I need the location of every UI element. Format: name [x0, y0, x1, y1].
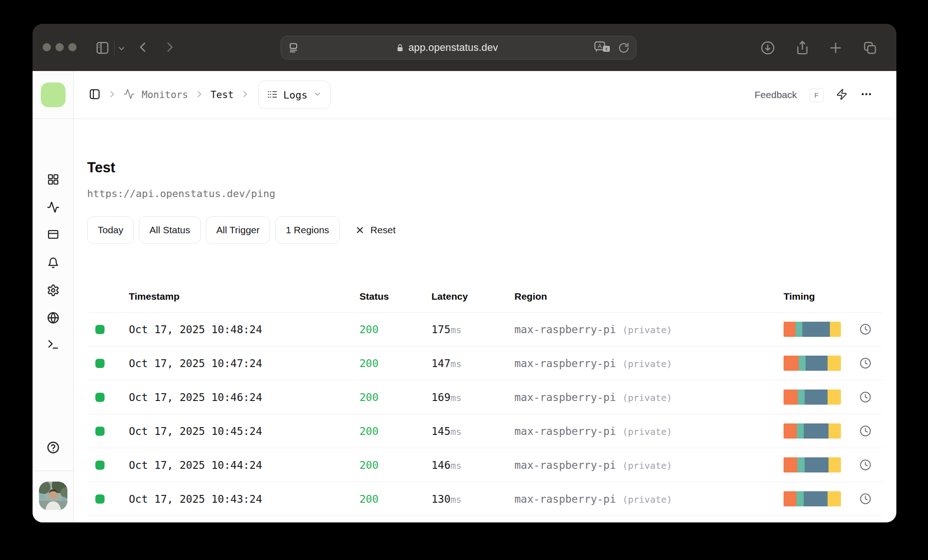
- zoom-button[interactable]: [68, 43, 77, 51]
- latency-cell: 145ms: [431, 425, 514, 437]
- clock-icon[interactable]: [848, 459, 883, 471]
- timestamp-cell: Oct 17, 2025 10:46:24: [129, 391, 359, 403]
- sidebar-item-terminal[interactable]: [47, 338, 60, 352]
- column-header-region: Region: [514, 291, 784, 302]
- address-bar[interactable]: app.openstatus.dev Ax: [281, 36, 636, 60]
- clock-icon[interactable]: [848, 357, 883, 369]
- table-row[interactable]: Oct 17, 2025 10:43:24 200 130ms max-rasp…: [87, 482, 883, 516]
- download-icon[interactable]: [760, 40, 775, 55]
- clock-icon[interactable]: [848, 425, 883, 437]
- sidebar-item-status-pages[interactable]: [47, 228, 59, 242]
- logs-icon: [267, 89, 278, 101]
- timing-segment: [828, 356, 841, 371]
- feedback-button[interactable]: Feedback: [755, 89, 797, 100]
- region-cell: max-raspberry-pi (private): [514, 324, 784, 335]
- table-row[interactable]: Oct 17, 2025 10:48:24 200 175ms max-rasp…: [87, 313, 883, 346]
- svg-text:A: A: [598, 43, 602, 49]
- zap-icon[interactable]: [836, 88, 848, 102]
- sidebar-toggle-icon[interactable]: [95, 41, 110, 55]
- close-button[interactable]: [43, 43, 51, 51]
- status-code-cell: 200: [359, 459, 431, 471]
- timing-segment: [829, 457, 841, 472]
- help-icon[interactable]: [46, 441, 60, 456]
- timing-segment: [784, 491, 796, 506]
- status-ok-dot: [95, 494, 105, 504]
- latency-unit: ms: [451, 358, 462, 369]
- status-dot-cell: [87, 461, 129, 470]
- timing-segment: [795, 322, 802, 337]
- timing-segment: [784, 423, 797, 439]
- tab-overview-icon[interactable]: [862, 40, 878, 55]
- chevron-down-icon: [313, 90, 322, 100]
- region-private-note: (private): [622, 494, 672, 505]
- page-content: Test https://api.openstatus.dev/ping Tod…: [74, 160, 896, 516]
- timing-segment: [806, 356, 828, 371]
- filter-button[interactable]: 1 Regions: [275, 216, 340, 244]
- timing-cell: [784, 457, 848, 472]
- reset-label: Reset: [370, 225, 396, 236]
- timing-segment: [797, 423, 804, 439]
- status-code-cell: 200: [359, 357, 431, 369]
- filter-button[interactable]: All Trigger: [206, 216, 271, 244]
- table-row[interactable]: Oct 17, 2025 10:47:24 200 147ms max-rasp…: [87, 346, 883, 380]
- region-private-note: (private): [622, 426, 672, 437]
- clock-icon[interactable]: [848, 391, 883, 403]
- region-cell: max-raspberry-pi (private): [514, 425, 784, 437]
- column-header-latency: Latency: [431, 291, 514, 302]
- clock-icon[interactable]: [848, 493, 883, 505]
- chevron-down-icon[interactable]: [117, 44, 126, 53]
- timing-segment: [797, 457, 805, 472]
- table-row[interactable]: Oct 17, 2025 10:45:24 200 145ms max-rasp…: [87, 414, 883, 448]
- sidebar-item-notifications[interactable]: [47, 257, 59, 270]
- status-ok-dot: [95, 359, 105, 368]
- user-avatar[interactable]: [39, 482, 67, 510]
- minimize-button[interactable]: [55, 43, 64, 51]
- timing-segment: [829, 423, 841, 439]
- page-title: Test: [87, 160, 883, 175]
- timing-segment: [804, 423, 829, 439]
- table-row[interactable]: Oct 17, 2025 10:46:24 200 169ms max-rasp…: [87, 380, 883, 414]
- translate-icon[interactable]: Ax: [594, 41, 611, 54]
- breadcrumb-monitor-name[interactable]: Test: [210, 89, 234, 100]
- sidebar-item-globe[interactable]: [47, 312, 60, 326]
- app-header: Monitors Test Logs: [74, 71, 896, 119]
- status-ok-dot: [95, 427, 105, 436]
- back-icon[interactable]: [137, 40, 150, 54]
- reload-icon[interactable]: [618, 42, 630, 54]
- more-options-icon[interactable]: [860, 88, 873, 102]
- latency-unit: ms: [451, 494, 462, 505]
- table-header-row: Timestamp Status Latency Region Timing: [87, 280, 883, 313]
- reset-filters-button[interactable]: Reset: [348, 216, 402, 244]
- workspace-logo-wrap: [33, 71, 73, 119]
- filter-button[interactable]: Today: [87, 216, 134, 244]
- new-tab-icon[interactable]: [829, 41, 843, 55]
- logs-view-select[interactable]: Logs: [258, 81, 331, 109]
- sidebar-item-settings[interactable]: [47, 284, 60, 298]
- timing-bar: [784, 491, 841, 506]
- filter-bar: TodayAll StatusAll Trigger1 Regions Rese…: [87, 216, 883, 244]
- panel-toggle-icon[interactable]: [88, 88, 101, 102]
- table-row[interactable]: Oct 17, 2025 10:44:24 200 146ms max-rasp…: [87, 448, 883, 482]
- browser-window: app.openstatus.dev Ax: [33, 24, 896, 522]
- forward-icon[interactable]: [162, 40, 176, 54]
- sidebar-item-monitors[interactable]: [47, 201, 60, 215]
- latency-unit: ms: [451, 460, 462, 471]
- monitors-pulse-icon: [123, 88, 135, 102]
- timing-segment: [784, 390, 798, 405]
- sidebar-item-dashboard[interactable]: [47, 173, 59, 187]
- status-ok-dot: [95, 461, 105, 470]
- share-icon[interactable]: [795, 39, 810, 56]
- timing-segment: [804, 491, 828, 506]
- filter-button[interactable]: All Status: [139, 216, 201, 244]
- timing-segment: [796, 491, 804, 506]
- status-code-cell: 200: [359, 425, 431, 437]
- timing-segment: [802, 322, 830, 337]
- clock-icon[interactable]: [848, 323, 883, 335]
- workspace-logo[interactable]: [41, 82, 66, 107]
- region-private-note: (private): [622, 460, 672, 471]
- breadcrumb-monitors[interactable]: Monitors: [142, 89, 188, 100]
- latency-cell: 146ms: [431, 459, 514, 471]
- timing-segment: [784, 322, 795, 337]
- x-icon: [355, 225, 365, 235]
- region-private-note: (private): [622, 392, 672, 403]
